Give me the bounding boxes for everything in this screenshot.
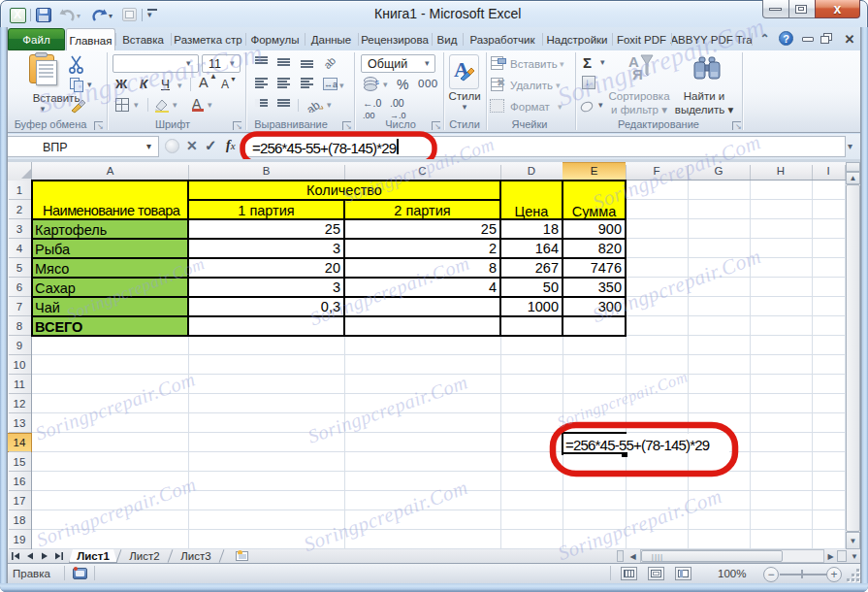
svg-text:s: s xyxy=(375,78,379,86)
svg-text:ab: ab xyxy=(322,55,337,70)
svg-text:ab: ab xyxy=(305,98,323,113)
